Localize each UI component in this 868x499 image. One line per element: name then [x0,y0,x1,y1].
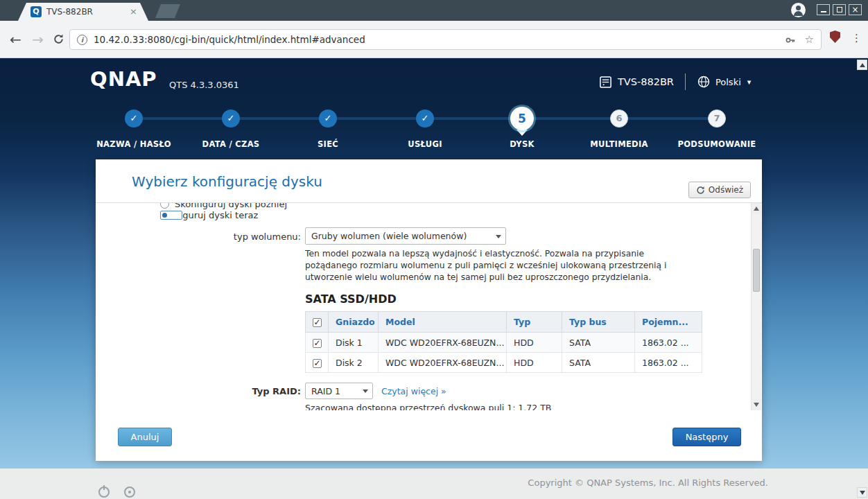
power-icon[interactable] [98,487,110,498]
maximize-icon [837,7,842,12]
read-more-link[interactable]: Czytaj więcej » [381,386,446,396]
disk-config-panel: Wybierz konfigurację dysku Odśwież Skonf… [96,159,762,461]
disk-table: Gniazdo Model Typ Typ bus Pojemn... Disk… [305,311,702,373]
check-icon [319,110,337,128]
step-label: USŁUGI [373,139,477,149]
forward-button[interactable]: → [32,30,44,49]
password-key-icon[interactable] [785,35,796,46]
col-header-capacity: Pojemn... [635,312,702,333]
cell-type: HDD [507,353,562,373]
arrow-down-icon [860,491,865,495]
reload-button[interactable] [53,33,64,45]
select-caret-icon [496,235,501,238]
radio-icon [160,203,169,209]
scroll-down-button[interactable] [752,399,761,410]
scroll-region: Skonfiguruj dyski później Konfiguruj dys… [96,203,762,410]
refresh-icon [696,186,705,195]
browser-toolbar: ← → 10.42.0.33:8080/cgi-bin/quick/html/i… [0,21,868,58]
raid-type-select[interactable]: RAID 1 [305,383,373,399]
arrow-up-icon [860,63,865,67]
tab-title: TVS-882BR [46,7,93,17]
table-row-disk1[interactable]: Disk 1 WDC WD20EFRX-68EUZN... HDD SATA 1… [306,333,702,353]
radio-configure-now[interactable]: Konfiguruj dyski teraz [160,210,258,220]
wizard-step-6: 6 MULTIMEDIA [567,58,671,152]
step-label: SIEĆ [276,139,380,149]
select-all-checkbox[interactable] [313,318,322,327]
cell-bus: SATA [562,353,635,373]
panel-scrollbar[interactable] [751,203,761,410]
wizard-step-4: USŁUGI [373,58,477,152]
next-button[interactable]: Następny [672,428,741,446]
page-title: Wybierz konfigurację dysku [132,173,322,190]
browser-tab[interactable]: Q TVS-882BR × [18,3,148,21]
bookmark-star-icon[interactable]: ☆ [805,33,814,46]
disk2-checkbox[interactable] [313,359,322,368]
arrow-down-icon [754,403,759,407]
scrollbar-thumb[interactable] [753,249,760,292]
disks-heading: SATA SSD/HDD [305,292,397,306]
adblock-shield-icon[interactable] [830,30,840,43]
step-label: DATA / CZAS [179,139,283,149]
disk1-checkbox[interactable] [313,339,322,348]
check-icon [222,110,240,128]
col-header-model: Model [379,312,507,333]
cancel-button[interactable]: Anuluj [118,428,172,446]
select-caret-icon [363,389,368,393]
volume-type-label: typ wolumenu: [96,231,301,242]
pool-estimate-text: Szacowana dostępna przestrzeń dyskowa pu… [305,403,551,410]
wizard-step-7: 7 PODSUMOWANIE [665,58,769,152]
minimize-button[interactable] [817,4,830,15]
wizard-step-5-active: 5 DYSK [470,58,574,152]
page-scroll-up-button[interactable] [857,60,867,70]
maximize-button[interactable] [833,4,846,15]
restart-icon[interactable] [124,487,135,498]
browser-window: Q TVS-882BR × × ← → 10.42.0.33:8080/cgi-… [0,0,868,499]
cell-bus: SATA [562,333,635,353]
url-text: 10.42.0.33:8080/cgi-bin/quick/html/index… [94,34,365,45]
wizard-step-3: SIEĆ [276,58,380,152]
qnap-favicon-icon: Q [31,6,42,17]
active-step-pin-icon [517,130,528,136]
step-label: PODSUMOWANIE [665,139,769,149]
scroll-up-button[interactable] [752,203,761,214]
refresh-button[interactable]: Odśwież [688,182,751,198]
table-row-disk2[interactable]: Disk 2 WDC WD20EFRX-68EUZN... HDD SATA 1… [306,353,702,373]
new-tab-button[interactable] [155,4,180,18]
wizard-step-1: NAZWA / HASŁO [82,58,186,152]
volume-type-value: Gruby wolumen (wiele wolumenów) [311,231,467,241]
table-header-row: Gniazdo Model Typ Typ bus Pojemn... [306,312,702,333]
raid-type-value: RAID 1 [311,386,340,396]
cell-slot: Disk 2 [329,353,379,373]
cell-slot: Disk 1 [329,333,379,353]
check-icon [125,110,143,128]
step-label: MULTIMEDIA [567,139,671,149]
volume-description: Ten model pozwala na lepszą wydajność i … [305,248,697,284]
page-footer: Copyright © QNAP Systems, Inc. All Right… [0,469,868,499]
copyright-text: Copyright © QNAP Systems, Inc. All Right… [528,478,768,488]
wizard-step-2: DATA / CZAS [179,58,283,152]
close-icon: × [851,6,858,14]
raid-type-label: Typ RAID: [96,386,301,396]
profile-button[interactable] [791,3,806,17]
radio-configure-later[interactable]: Skonfiguruj dyski później [160,203,287,209]
step-label: NAZWA / HASŁO [82,139,186,149]
page-info-icon[interactable] [77,35,87,45]
browser-titlebar: Q TVS-882BR × × [0,0,868,21]
arrow-up-icon [754,207,759,211]
person-icon [791,3,806,17]
col-header-bus: Typ bus [562,312,635,333]
back-button[interactable]: ← [10,30,21,49]
step-number: 7 [708,110,726,128]
cell-capacity: 1863.02 ... [635,333,702,353]
reload-icon [53,33,64,45]
browser-menu-icon[interactable]: ⋮ [851,32,862,44]
step-label: DYSK [470,139,574,149]
close-button[interactable]: × [849,4,862,15]
tab-close-icon[interactable]: × [130,6,137,17]
page-scroll-down-button[interactable] [857,487,867,498]
col-header-type: Typ [507,312,562,333]
volume-type-select[interactable]: Gruby wolumen (wiele wolumenów) [305,227,506,245]
cell-type: HDD [507,333,562,353]
radio-label: Skonfiguruj dyski później [175,203,287,209]
address-bar[interactable]: 10.42.0.33:8080/cgi-bin/quick/html/index… [69,29,822,50]
